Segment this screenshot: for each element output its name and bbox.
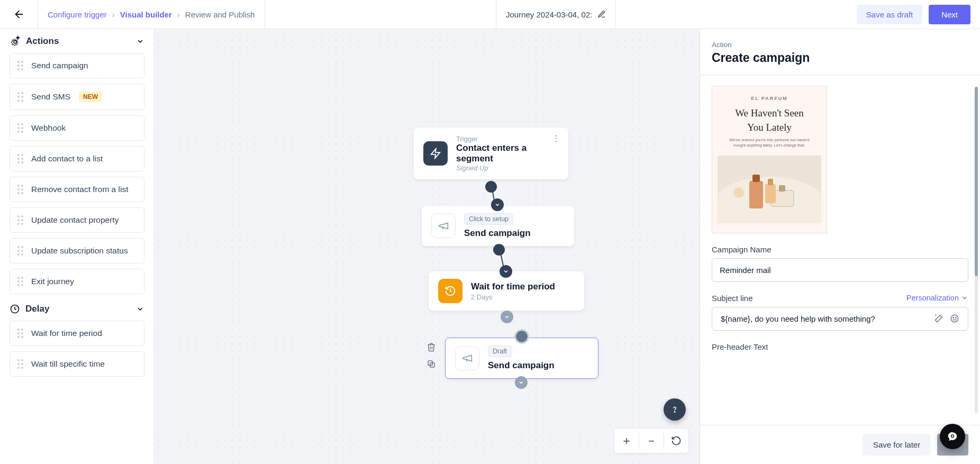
copy-icon [427,359,436,369]
journey-name: Journey 2024-03-04, 02: [496,0,616,29]
canvas-node-send-campaign-1[interactable]: Click to setup Send campaign [422,206,574,246]
action-item-exit-journey[interactable]: Exit journey [10,269,144,294]
svg-point-5 [556,138,557,139]
breadcrumb-review-publish[interactable]: Review and Publish [185,10,255,19]
chevron-down-icon [136,305,144,313]
action-item-add-contact-to-a-list[interactable]: Add contact to a list [10,146,144,171]
node-title: Send campaign [464,228,531,239]
edit-journey-name-button[interactable] [597,10,606,19]
canvas-node-send-campaign-2[interactable]: Draft Send campaign [445,338,598,379]
edge-add-button[interactable] [491,198,504,211]
action-item-send-campaign[interactable]: Send campaign [10,53,144,78]
delay-section-header[interactable]: Delay [10,304,144,314]
svg-point-23 [951,435,954,437]
clock-icon [10,304,20,314]
breadcrumb: Configure trigger › Visual builder › Rev… [38,0,265,29]
drag-handle-icon [17,359,25,369]
journey-canvas[interactable]: Trigger Contact enters a segment Signed … [155,29,700,464]
action-item-remove-contact-from-a-list[interactable]: Remove contact from a list [10,177,144,202]
edge-handle[interactable] [493,244,505,256]
action-item-label: Send SMS [31,92,70,102]
preview-image [718,156,821,223]
right-panel: Action Create campaign EL PARFUM We Have… [700,29,980,464]
delay-item-wait-for-time-period[interactable]: Wait for time period [10,321,144,346]
zoom-controls: ＋ － [614,428,689,453]
zoom-in-button[interactable]: ＋ [614,428,639,453]
svg-point-19 [951,315,958,322]
refresh-icon [671,435,682,446]
breadcrumb-configure-trigger[interactable]: Configure trigger [48,10,107,19]
ai-generate-button[interactable] [931,314,947,323]
duplicate-node-button[interactable] [425,358,437,370]
svg-rect-12 [749,181,763,208]
chevron-down-icon [518,379,524,386]
zoom-reset-button[interactable] [664,428,688,453]
trash-icon [427,342,436,352]
chevron-right-icon: › [112,10,115,19]
canvas-node-trigger[interactable]: Trigger Contact enters a segment Signed … [414,128,568,179]
node-status-chip: Draft [488,345,512,357]
action-item-update-contact-property[interactable]: Update contact property [10,207,144,233]
next-button[interactable]: Next [929,5,970,24]
svg-marker-3 [431,149,440,158]
actions-section-header[interactable]: Actions [10,35,144,47]
node-title: Contact enters a segment [456,143,559,164]
svg-point-6 [556,141,557,142]
arrow-left-icon [13,8,25,20]
megaphone-icon [455,346,479,370]
magic-wand-icon [934,314,943,323]
svg-rect-17 [768,179,773,185]
personalization-dropdown[interactable]: Personalization [906,294,968,302]
subject-line-input[interactable] [718,307,931,330]
action-item-label: Exit journey [31,277,74,286]
node-title: Send campaign [488,360,555,371]
save-for-later-button[interactable]: Save for later [863,434,931,456]
actions-section-label: Actions [26,36,59,47]
panel-kicker: Action [712,41,968,49]
email-template-preview[interactable]: EL PARFUM We Haven't Seen You Lately We'… [712,86,827,233]
action-item-send-sms[interactable]: Send SMSNEW [10,84,144,110]
zoom-out-button[interactable]: － [639,428,664,453]
new-badge: NEW [79,92,102,102]
scrollbar[interactable] [975,87,978,413]
megaphone-icon [431,214,456,238]
svg-rect-16 [765,184,776,203]
action-item-label: Update contact property [31,215,119,225]
svg-point-1 [14,41,16,43]
drag-handle-icon [17,215,25,225]
svg-point-4 [556,135,557,137]
edge-add-button[interactable] [515,376,528,389]
drag-handle-icon [17,154,25,163]
help-button[interactable] [664,398,686,421]
drag-handle-icon [17,123,25,133]
delay-item-wait-till-specific-time[interactable]: Wait till specific time [10,351,144,377]
drag-handle-icon [17,329,25,338]
breadcrumb-visual-builder[interactable]: Visual builder [120,10,172,19]
dots-vertical-icon [551,134,561,143]
node-more-button[interactable] [551,134,561,143]
svg-point-9 [674,412,675,413]
chevron-down-icon [494,202,501,208]
save-as-draft-button[interactable]: Save as draft [857,5,922,24]
back-button[interactable] [0,0,38,29]
drag-handle-icon [17,277,25,286]
svg-point-21 [956,317,957,319]
edge-handle[interactable] [516,331,528,342]
edge-add-button[interactable] [500,265,512,278]
node-subtitle: Signed Up [456,164,559,172]
svg-point-18 [733,187,744,198]
delete-node-button[interactable] [425,341,437,353]
emoji-button[interactable] [947,314,963,323]
pencil-icon [597,10,606,19]
delay-section-label: Delay [25,304,49,314]
chat-icon [947,431,958,442]
edge-handle[interactable] [485,181,497,193]
question-icon [670,405,679,414]
node-status-chip: Click to setup [464,213,513,225]
chevron-down-icon [136,37,144,46]
action-item-webhook[interactable]: Webhook [10,115,144,141]
chat-widget-button[interactable] [940,424,965,449]
edge-add-button[interactable] [501,311,513,323]
action-item-update-subscription-status[interactable]: Update subscription status [10,238,144,263]
campaign-name-input[interactable] [712,258,968,282]
